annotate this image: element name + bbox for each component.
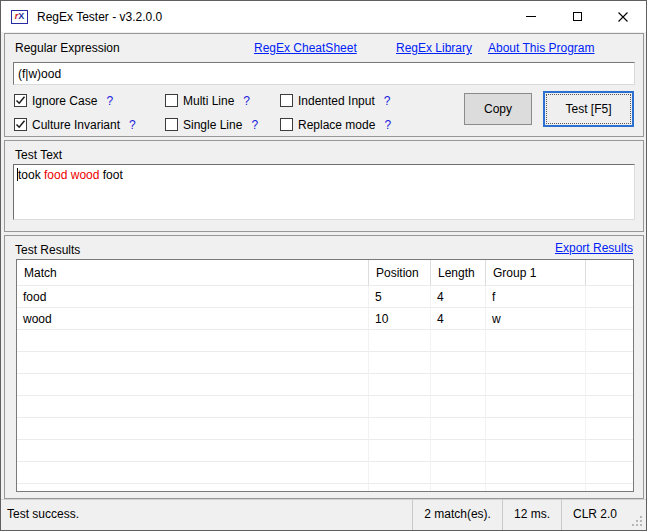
help-icon[interactable]: ? (251, 118, 258, 132)
table-cell (486, 352, 586, 374)
option-label: Multi Line (183, 94, 234, 108)
option-indented-input[interactable]: Indented Input? (280, 92, 460, 109)
close-button[interactable] (600, 1, 646, 32)
checkbox-single-line[interactable] (165, 118, 178, 131)
app-icon[interactable]: rX (11, 10, 28, 24)
column-header-group-1[interactable]: Group 1 (486, 260, 586, 286)
table-cell (431, 396, 486, 418)
checkbox-multi-line[interactable] (165, 94, 178, 107)
table-cell (586, 462, 633, 484)
empty-row (17, 484, 633, 492)
results-table: MatchPositionLengthGroup 1 food54fwood10… (16, 259, 634, 492)
test-text-label: Test Text (15, 148, 62, 162)
minimize-button[interactable] (508, 1, 554, 32)
copy-button[interactable]: Copy (464, 93, 532, 125)
option-multi-line[interactable]: Multi Line? (165, 92, 280, 109)
table-cell (486, 418, 586, 440)
table-cell (17, 418, 369, 440)
close-icon (618, 12, 628, 22)
table-cell (586, 418, 633, 440)
copy-button-label: Copy (484, 102, 512, 116)
empty-row (17, 418, 633, 440)
about-program-link[interactable]: About This Program (488, 41, 595, 55)
table-cell: food (17, 286, 369, 308)
table-body: food54fwood104w (17, 286, 633, 492)
status-bar: Test success. 2 match(es). 12 ms. CLR 2.… (1, 499, 646, 530)
table-cell (369, 484, 431, 492)
help-icon[interactable]: ? (384, 118, 391, 132)
table-cell: 4 (431, 308, 486, 330)
regex-cheatsheet-link[interactable]: RegEx CheatSheet (254, 41, 357, 55)
table-cell (17, 374, 369, 396)
column-header-position[interactable]: Position (369, 260, 431, 286)
option-culture-invariant[interactable]: Culture Invariant? (14, 116, 165, 133)
table-cell (586, 352, 633, 374)
option-replace-mode[interactable]: Replace mode? (280, 116, 460, 133)
table-cell: w (486, 308, 586, 330)
empty-row (17, 352, 633, 374)
checkbox-ignore-case[interactable] (14, 94, 27, 107)
column-header-blank[interactable] (586, 260, 633, 286)
result-row[interactable]: food54f (17, 286, 633, 308)
app-icon-letter-x: X (18, 12, 24, 21)
table-cell (17, 440, 369, 462)
table-cell (431, 418, 486, 440)
table-cell (431, 440, 486, 462)
test-button[interactable]: Test [F5] (543, 91, 634, 127)
table-cell (586, 286, 633, 308)
checkbox-replace-mode[interactable] (280, 118, 293, 131)
table-cell: 4 (431, 286, 486, 308)
option-label: Ignore Case (32, 94, 97, 108)
results-panel: Test Results Export Results MatchPositio… (4, 235, 644, 499)
test-text-segment: took (18, 168, 44, 182)
column-header-length[interactable]: Length (431, 260, 486, 286)
help-icon[interactable]: ? (106, 94, 113, 108)
test-results-label: Test Results (15, 243, 80, 257)
table-cell (17, 396, 369, 418)
maximize-button[interactable] (554, 1, 600, 32)
resize-grip[interactable] (628, 500, 646, 530)
option-single-line[interactable]: Single Line? (165, 116, 280, 133)
table-cell (369, 418, 431, 440)
export-results-link[interactable]: Export Results (555, 241, 633, 255)
title-bar: rX RegEx Tester - v3.2.0.0 (1, 1, 646, 32)
checkbox-indented-input[interactable] (280, 94, 293, 107)
table-cell: wood (17, 308, 369, 330)
regex-library-link[interactable]: RegEx Library (396, 41, 472, 55)
window-title: RegEx Tester - v3.2.0.0 (37, 10, 162, 24)
test-text-segment: wood (71, 168, 100, 182)
regex-pattern-input[interactable] (13, 62, 635, 85)
table-cell (369, 352, 431, 374)
empty-row (17, 462, 633, 484)
minimize-icon (526, 16, 536, 17)
table-cell (431, 484, 486, 492)
help-icon[interactable]: ? (384, 94, 391, 108)
empty-row (17, 374, 633, 396)
table-cell (369, 396, 431, 418)
column-header-match[interactable]: Match (17, 260, 369, 286)
test-text-area[interactable]: took food wood foot (13, 164, 635, 220)
table-cell (486, 396, 586, 418)
table-cell (17, 484, 369, 492)
table-cell (586, 374, 633, 396)
table-cell (586, 308, 633, 330)
test-text-segment: food (44, 168, 67, 182)
table-cell (369, 330, 431, 352)
table-cell (586, 330, 633, 352)
checkbox-culture-invariant[interactable] (14, 118, 27, 131)
table-cell (17, 352, 369, 374)
test-text-content: took food wood foot (18, 168, 123, 182)
table-cell (369, 440, 431, 462)
empty-row (17, 330, 633, 352)
maximize-icon (573, 12, 582, 21)
help-icon[interactable]: ? (243, 94, 250, 108)
result-row[interactable]: wood104w (17, 308, 633, 330)
option-ignore-case[interactable]: Ignore Case? (14, 92, 165, 109)
table-cell (17, 330, 369, 352)
elapsed-time: 12 ms. (503, 500, 561, 530)
table-cell: f (486, 286, 586, 308)
table-cell: 5 (369, 286, 431, 308)
table-cell (486, 374, 586, 396)
table-cell (431, 352, 486, 374)
help-icon[interactable]: ? (129, 118, 136, 132)
